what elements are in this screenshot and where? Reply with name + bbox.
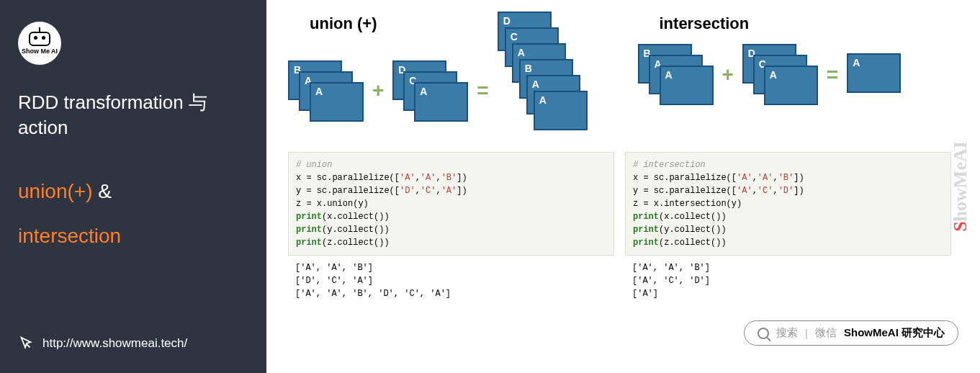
plus-icon: + bbox=[372, 79, 384, 102]
code-blocks: # union x = sc.parallelize(['A','A','B']… bbox=[288, 152, 951, 306]
output-line: ['A', 'A', 'B', 'D', 'C', 'A'] bbox=[295, 287, 607, 300]
robot-face-icon bbox=[29, 32, 50, 46]
search-label: 搜索 bbox=[776, 326, 798, 340]
intersection-code: # intersection x = sc.parallelize(['A','… bbox=[625, 152, 951, 306]
inter-result: A bbox=[847, 53, 904, 96]
inter-stack-a: B A A bbox=[638, 44, 714, 105]
brand-name: ShowMeAI 研究中心 bbox=[844, 326, 945, 340]
output-line: ['A', 'A', 'B'] bbox=[632, 261, 944, 274]
op-intersection: intersection bbox=[18, 225, 248, 248]
card: A bbox=[414, 82, 468, 122]
plus-icon: + bbox=[722, 63, 734, 86]
card: A bbox=[764, 66, 818, 105]
code-line: y = sc.parallelize(['D','C','A']) bbox=[296, 184, 606, 197]
output-line: ['A'] bbox=[632, 287, 944, 300]
code-line: print(x.collect()) bbox=[633, 210, 943, 223]
union-stack-a: B A A bbox=[288, 60, 364, 122]
main-content: union (+) B A A + D C A = D C A bbox=[266, 0, 980, 373]
url-text: http://www.showmeai.tech/ bbox=[42, 336, 187, 351]
diagrams-row: union (+) B A A + D C A = D C A bbox=[288, 14, 951, 138]
code-line: x = sc.parallelize(['A','A','B']) bbox=[296, 171, 606, 184]
logo: Show Me AI bbox=[18, 22, 61, 65]
union-code: # union x = sc.parallelize(['A','A','B']… bbox=[288, 152, 614, 306]
op-union: union(+) & bbox=[18, 180, 248, 203]
code-line: print(z.collect()) bbox=[633, 236, 943, 249]
inter-stack-b: D C A bbox=[742, 44, 818, 105]
code-line: x = sc.parallelize(['A','A','B']) bbox=[633, 171, 943, 184]
cursor-click-icon bbox=[18, 336, 34, 351]
sidebar: Show Me AI RDD transformation 与action un… bbox=[0, 0, 266, 373]
union-diagram: union (+) B A A + D C A = D C A bbox=[288, 14, 602, 138]
slide-title: RDD transformation 与action bbox=[18, 90, 248, 140]
union-result: D C A B A A bbox=[498, 12, 591, 138]
separator: | bbox=[805, 327, 808, 339]
code-line: y = sc.parallelize(['A','C','D']) bbox=[633, 184, 943, 197]
card: A bbox=[660, 66, 714, 105]
search-pill[interactable]: 搜索 | 微信 ShowMeAI 研究中心 bbox=[744, 320, 958, 346]
union-stack-b: D C A bbox=[392, 60, 468, 122]
output-line: ['D', 'C', 'A'] bbox=[295, 274, 607, 287]
url-row: http://www.showmeai.tech/ bbox=[18, 336, 187, 351]
output-line: ['A', 'A', 'B'] bbox=[295, 261, 607, 274]
code-line: z = x.intersection(y) bbox=[633, 197, 943, 210]
logo-text: Show Me AI bbox=[22, 48, 58, 55]
intersection-diagram: intersection B A A + D C A = A bbox=[638, 14, 952, 138]
equals-icon: = bbox=[477, 79, 488, 102]
wechat-label: 微信 bbox=[815, 326, 837, 340]
brand-watermark: ShowMeAI bbox=[950, 141, 971, 232]
code-line: # intersection bbox=[633, 158, 943, 171]
intersection-title: intersection bbox=[638, 14, 952, 33]
search-icon bbox=[758, 328, 769, 339]
code-line: print(z.collect()) bbox=[296, 236, 606, 249]
card: A bbox=[310, 82, 364, 122]
card: A bbox=[534, 91, 588, 130]
code-line: print(x.collect()) bbox=[296, 210, 606, 223]
code-line: z = x.union(y) bbox=[296, 197, 606, 210]
equals-icon: = bbox=[827, 63, 838, 86]
code-line: # union bbox=[296, 158, 606, 171]
code-line: print(y.collect()) bbox=[633, 223, 943, 236]
output-line: ['A', 'C', 'D'] bbox=[632, 274, 944, 287]
code-line: print(y.collect()) bbox=[296, 223, 606, 236]
card: A bbox=[847, 53, 901, 93]
